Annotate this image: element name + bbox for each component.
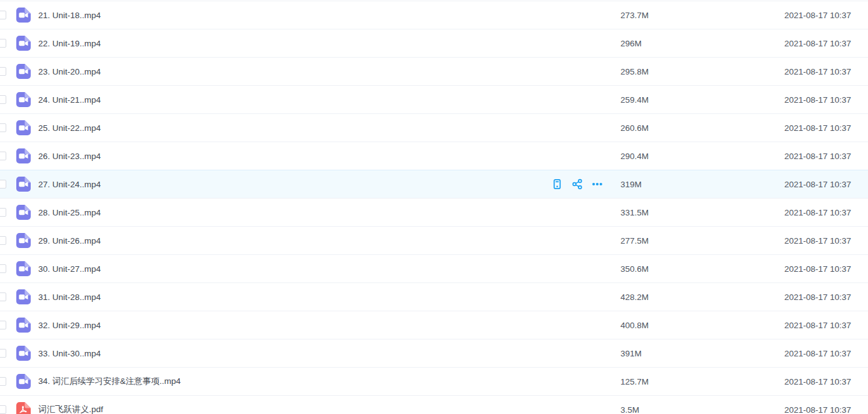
row-select-checkbox[interactable]	[0, 377, 6, 386]
file-name[interactable]: 26. Unit-23..mp4	[38, 152, 620, 161]
row-select-checkbox[interactable]	[0, 152, 6, 160]
file-date: 2021-08-17 10:37	[783, 292, 868, 302]
file-name[interactable]: 32. Unit-29..mp4	[38, 321, 620, 330]
row-select-checkbox[interactable]	[0, 67, 6, 76]
video-file-icon	[16, 64, 31, 79]
file-name[interactable]: 24. Unit-21..mp4	[38, 95, 620, 105]
file-row[interactable]: 22. Unit-19..mp4	[0, 29, 868, 57]
file-name[interactable]: 词汇飞跃讲义.pdf	[38, 404, 620, 414]
row-actions	[552, 179, 603, 190]
file-date: 2021-08-17 10:37	[783, 405, 868, 414]
row-select-checkbox[interactable]	[0, 405, 6, 414]
file-row[interactable]: 27. Unit-24..mp4	[0, 170, 868, 199]
file-name[interactable]: 34. 词汇后续学习安排&注意事项..mp4	[38, 376, 620, 387]
row-select-checkbox[interactable]	[0, 95, 6, 104]
file-row[interactable]: 30. Unit-27..mp4	[0, 254, 868, 282]
file-row[interactable]: 33. Unit-30..mp4	[0, 339, 868, 367]
file-row[interactable]: 23. Unit-20..mp4	[0, 57, 868, 85]
row-select-checkbox[interactable]	[0, 349, 6, 358]
file-name[interactable]: 28. Unit-25..mp4	[38, 208, 620, 217]
file-date: 2021-08-17 10:37	[783, 180, 868, 189]
file-date: 2021-08-17 10:37	[783, 236, 868, 246]
file-date: 2021-08-17 10:37	[783, 67, 868, 76]
video-file-icon	[16, 318, 31, 333]
file-size: 260.6M	[620, 123, 783, 133]
video-file-icon	[16, 205, 31, 220]
file-size: 125.7M	[620, 377, 783, 386]
file-row[interactable]: 31. Unit-28..mp4	[0, 282, 868, 311]
file-name[interactable]: 29. Unit-26..mp4	[38, 236, 620, 246]
row-select-checkbox[interactable]	[0, 123, 6, 132]
file-row[interactable]: 21. Unit-18..mp4	[0, 1, 868, 29]
file-row[interactable]: 24. Unit-21..mp4	[0, 85, 868, 113]
row-select-checkbox[interactable]	[0, 264, 6, 273]
send-to-phone-icon[interactable]	[552, 179, 563, 190]
video-file-icon	[16, 374, 31, 389]
video-file-icon	[16, 233, 31, 248]
file-name[interactable]: 30. Unit-27..mp4	[38, 264, 620, 274]
video-file-icon	[16, 148, 31, 163]
file-date: 2021-08-17 10:37	[783, 95, 868, 105]
file-date: 2021-08-17 10:37	[783, 123, 868, 133]
file-date: 2021-08-17 10:37	[783, 264, 868, 274]
video-file-icon	[16, 120, 31, 135]
file-size: 391M	[620, 349, 783, 358]
file-size: 259.4M	[620, 95, 783, 105]
file-row[interactable]: 29. Unit-26..mp4	[0, 226, 868, 254]
file-row[interactable]: 词汇飞跃讲义.pdf	[0, 395, 868, 414]
row-select-checkbox[interactable]	[0, 236, 6, 245]
row-select-checkbox[interactable]	[0, 208, 6, 217]
row-select-checkbox[interactable]	[0, 180, 6, 189]
file-size: 277.5M	[620, 236, 783, 246]
file-size: 428.2M	[620, 292, 783, 302]
file-date: 2021-08-17 10:37	[783, 39, 868, 48]
file-date: 2021-08-17 10:37	[783, 349, 868, 358]
file-row[interactable]: 32. Unit-29..mp4	[0, 311, 868, 339]
row-select-checkbox[interactable]	[0, 292, 6, 301]
row-select-checkbox[interactable]	[0, 321, 6, 329]
video-file-icon	[16, 92, 31, 107]
file-row[interactable]: 25. Unit-22..mp4	[0, 113, 868, 142]
file-date: 2021-08-17 10:37	[783, 377, 868, 386]
video-file-icon	[16, 177, 31, 192]
file-name[interactable]: 23. Unit-20..mp4	[38, 67, 620, 76]
file-size: 350.6M	[620, 264, 783, 274]
file-name[interactable]: 31. Unit-28..mp4	[38, 292, 620, 302]
file-name[interactable]: 27. Unit-24..mp4	[38, 180, 552, 189]
row-select-checkbox[interactable]	[0, 39, 6, 48]
video-file-icon	[16, 36, 31, 51]
more-icon[interactable]	[592, 179, 603, 190]
pdf-file-icon	[16, 402, 31, 414]
file-row[interactable]: 26. Unit-23..mp4	[0, 142, 868, 170]
file-date: 2021-08-17 10:37	[783, 321, 868, 330]
file-list: 21. Unit-18..mp4	[0, 0, 868, 414]
file-size: 290.4M	[620, 152, 783, 161]
file-size: 273.7M	[620, 11, 783, 20]
file-date: 2021-08-17 10:37	[783, 11, 868, 20]
row-select-checkbox[interactable]	[0, 11, 6, 19]
file-size: 331.5M	[620, 208, 783, 217]
file-size: 400.8M	[620, 321, 783, 330]
file-row[interactable]: 34. 词汇后续学习安排&注意事项..mp4	[0, 367, 868, 395]
share-icon[interactable]	[572, 179, 583, 190]
video-file-icon	[16, 289, 31, 304]
file-size: 319M	[620, 180, 783, 189]
file-name[interactable]: 25. Unit-22..mp4	[38, 123, 620, 133]
video-file-icon	[16, 261, 31, 276]
file-size: 295.8M	[620, 67, 783, 76]
video-file-icon	[16, 346, 31, 361]
file-size: 296M	[620, 39, 783, 48]
file-row[interactable]: 28. Unit-25..mp4	[0, 198, 868, 226]
file-date: 2021-08-17 10:37	[783, 152, 868, 161]
file-name[interactable]: 33. Unit-30..mp4	[38, 349, 620, 358]
file-name[interactable]: 22. Unit-19..mp4	[38, 39, 620, 48]
file-name[interactable]: 21. Unit-18..mp4	[38, 11, 620, 20]
video-file-icon	[16, 8, 31, 23]
file-date: 2021-08-17 10:37	[783, 208, 868, 217]
file-size: 3.5M	[620, 405, 783, 414]
